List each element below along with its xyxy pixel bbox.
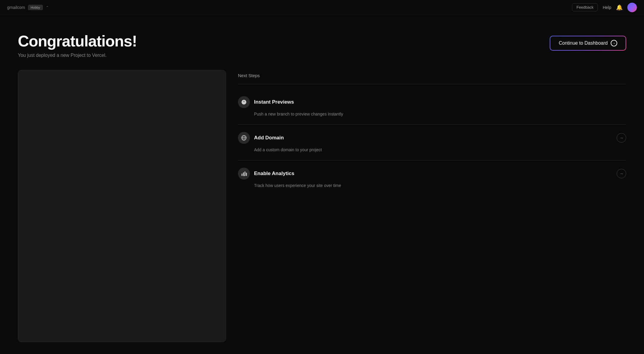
avatar[interactable] (627, 3, 637, 12)
user-email: gmailcom (7, 5, 25, 10)
page-title: Congratulations! (18, 33, 137, 50)
header-section: Congratulations! You just deployed a new… (18, 33, 626, 58)
next-steps-panel: Next Steps Instant Previews (238, 70, 626, 342)
step-header-instant-previews: Instant Previews (238, 96, 626, 108)
enable-analytics-description: Track how users experience your site ove… (238, 183, 626, 189)
preview-panel (18, 70, 226, 342)
step-left-enable-analytics: Enable Analytics (238, 168, 294, 180)
arrow-right-icon: → (611, 40, 617, 46)
add-domain-title: Add Domain (254, 135, 284, 141)
continue-label: Continue to Dashboard (559, 40, 608, 46)
instant-previews-icon (238, 96, 250, 108)
step-divider-2 (238, 160, 626, 160)
svg-rect-3 (242, 174, 242, 176)
step-divider-1 (238, 124, 626, 125)
hobby-badge: Hobby (28, 5, 43, 10)
instant-previews-description: Push a new branch to preview changes ins… (238, 111, 626, 117)
instant-previews-title: Instant Previews (254, 99, 294, 105)
next-steps-title: Next Steps (238, 73, 626, 78)
top-divider (238, 84, 626, 84)
enable-analytics-arrow[interactable]: → (617, 169, 626, 178)
help-button[interactable]: Help (603, 5, 611, 10)
step-item-add-domain[interactable]: Add Domain → Add a custom domain to your… (238, 126, 626, 159)
topbar: gmailcom Hobby ⌃ Feedback Help 🔔 (0, 0, 644, 15)
svg-point-7 (243, 175, 245, 176)
step-header-add-domain: Add Domain → (238, 132, 626, 144)
chevron-icon: ⌃ (46, 5, 49, 10)
topbar-left: gmailcom Hobby ⌃ (7, 5, 49, 10)
content-area: Next Steps Instant Previews (18, 70, 626, 342)
header-text: Congratulations! You just deployed a new… (18, 33, 137, 58)
step-item-instant-previews[interactable]: Instant Previews Push a new branch to pr… (238, 90, 626, 123)
topbar-right: Feedback Help 🔔 (572, 3, 637, 12)
continue-dashboard-button[interactable]: Continue to Dashboard → (550, 36, 626, 50)
feedback-button[interactable]: Feedback (572, 3, 598, 11)
step-item-enable-analytics[interactable]: Enable Analytics → Track how users exper… (238, 162, 626, 195)
enable-analytics-icon (238, 168, 250, 180)
add-domain-description: Add a custom domain to your project (238, 147, 626, 153)
continue-btn-wrapper[interactable]: Continue to Dashboard → (550, 36, 626, 51)
step-left-add-domain: Add Domain (238, 132, 284, 144)
page-subtitle: You just deployed a new Project to Verce… (18, 53, 137, 58)
add-domain-arrow[interactable]: → (617, 133, 626, 143)
svg-rect-6 (246, 173, 247, 176)
main-content: Congratulations! You just deployed a new… (0, 15, 644, 354)
step-left-instant-previews: Instant Previews (238, 96, 294, 108)
bell-icon[interactable]: 🔔 (616, 4, 623, 11)
step-header-enable-analytics: Enable Analytics → (238, 168, 626, 180)
add-domain-icon (238, 132, 250, 144)
enable-analytics-title: Enable Analytics (254, 171, 294, 177)
svg-rect-5 (245, 171, 245, 176)
